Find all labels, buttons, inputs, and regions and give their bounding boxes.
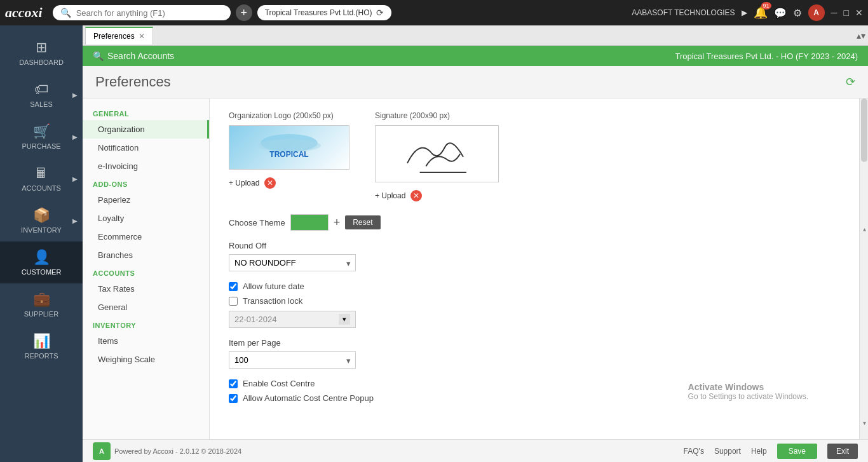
- item-per-page-select[interactable]: 10 25 50 100 200: [229, 351, 356, 369]
- round-off-label: Round Off: [229, 241, 840, 250]
- scrollbar-thumb[interactable]: [861, 99, 867, 162]
- search-accounts-icon: 🔍: [93, 51, 104, 61]
- content-area: Preferences ✕ ▴▾ 🔍 Search Accounts Tropi…: [83, 25, 868, 462]
- prefs-refresh-icon[interactable]: ⟳: [846, 75, 855, 89]
- exit-button[interactable]: Exit: [827, 444, 858, 459]
- item-per-page-label: Item per Page: [229, 338, 840, 348]
- nav-item-paperlez[interactable]: Paperlez: [83, 191, 209, 209]
- reset-button[interactable]: Reset: [345, 215, 380, 229]
- signature-upload-button[interactable]: + Upload: [375, 191, 405, 200]
- message-icon[interactable]: 💬: [774, 7, 787, 19]
- settings-icon[interactable]: ⚙: [793, 7, 802, 19]
- logo-cancel-button[interactable]: ✕: [264, 177, 276, 189]
- enable-cost-centre-checkbox[interactable]: [229, 379, 238, 388]
- scroll-up-arrow[interactable]: ▴: [861, 226, 867, 233]
- nav-item-loyalty[interactable]: Loyalty: [83, 209, 209, 228]
- date-row: 22-01-2024 ▾: [229, 311, 840, 328]
- round-off-select[interactable]: NO ROUNDOFF 0.5 1 10: [229, 254, 356, 271]
- help-button[interactable]: Help: [751, 447, 767, 456]
- item-per-page-wrapper: 10 25 50 100 200: [229, 351, 356, 369]
- scrollbar-rail[interactable]: ▾ ▴: [859, 99, 868, 439]
- inventory-icon: 📦: [33, 207, 50, 224]
- main-layout: ⊞ DASHBOARD 🏷 SALES ▶ 🛒 PURCHASE ▶ 🖩 ACC…: [0, 25, 868, 462]
- search-accounts[interactable]: 🔍 Search Accounts: [93, 51, 174, 61]
- support-button[interactable]: Support: [714, 447, 741, 456]
- sidebar-item-supplier[interactable]: 💼 SUPPLIER: [0, 283, 83, 325]
- supplier-icon: 💼: [33, 291, 50, 308]
- search-bar[interactable]: 🔍: [53, 5, 231, 20]
- nav-item-weighing-scale[interactable]: Weighing Scale: [83, 350, 209, 369]
- nav-section-addons: ADD-ONS: [83, 175, 209, 191]
- search-input[interactable]: [76, 8, 216, 18]
- sales-arrow: ▶: [72, 92, 78, 99]
- top-bar: accoxi 🔍 + Tropical Treasures Pvt Ltd.(H…: [0, 0, 868, 25]
- customer-icon: 👤: [33, 249, 50, 266]
- nav-item-e-invoicing[interactable]: e-Invoicing: [83, 157, 209, 175]
- logo-upload-button[interactable]: + Upload: [229, 179, 259, 187]
- purchase-arrow: ▶: [72, 133, 78, 140]
- reports-icon: 📊: [33, 333, 50, 350]
- notification-count: 91: [761, 2, 771, 10]
- minimize-button[interactable]: ─: [831, 8, 837, 18]
- transaction-lock-row: Transaction lock: [229, 296, 840, 306]
- svg-text:TROPICAL: TROPICAL: [269, 150, 308, 159]
- org-logo-box: TROPICAL: [229, 125, 349, 170]
- signature-label: Signature (200x90 px): [375, 111, 499, 120]
- allow-future-date-row: Allow future date: [229, 282, 840, 291]
- enable-cost-centre-label: Enable Cost Centre: [243, 379, 315, 388]
- sales-icon: 🏷: [34, 81, 48, 98]
- top-right: AABASOFT TECHNOLOGIES ▶ 🔔 91 💬 ⚙ A ─ □ ✕: [632, 4, 863, 21]
- nav-item-organization[interactable]: Organization: [83, 120, 209, 139]
- date-dropdown-button[interactable]: ▾: [339, 314, 350, 325]
- org-logo-group: Organization Logo (200x50 px) TROPICAL: [229, 111, 349, 201]
- tab-label-preferences: Preferences: [93, 32, 135, 41]
- tab-expand[interactable]: ▴▾: [857, 31, 865, 41]
- nav-item-ecommerce[interactable]: Ecommerce: [83, 228, 209, 246]
- signature-cancel-button[interactable]: ✕: [410, 190, 422, 201]
- sidebar-item-sales[interactable]: 🏷 SALES ▶: [0, 74, 83, 116]
- nav-item-tax-rates[interactable]: Tax Rates: [83, 280, 209, 298]
- logo-upload-row: + Upload ✕: [229, 177, 349, 189]
- allow-auto-cost-centre-checkbox[interactable]: [229, 394, 238, 403]
- sidebar-label-accounts: ACCOUNTS: [22, 184, 61, 192]
- maximize-button[interactable]: □: [844, 8, 849, 18]
- sidebar-item-reports[interactable]: 📊 REPORTS: [0, 325, 83, 367]
- date-field: 22-01-2024 ▾: [229, 311, 356, 328]
- prefs-header: Preferences ⟳: [83, 66, 868, 99]
- refresh-icon[interactable]: ⟳: [376, 8, 384, 18]
- sidebar-item-customer[interactable]: 👤 CUSTOMER: [0, 241, 83, 283]
- prefs-main: Organization Logo (200x50 px) TROPICAL: [210, 99, 859, 439]
- theme-color-picker[interactable]: [290, 214, 329, 231]
- accounts-arrow: ▶: [72, 175, 78, 182]
- nav-section-inventory: INVENTORY: [83, 316, 209, 332]
- sidebar-label-customer: CUSTOMER: [22, 268, 62, 276]
- company-selector[interactable]: Tropical Treasures Pvt Ltd.(HO) ⟳: [257, 5, 391, 20]
- allow-future-date-checkbox[interactable]: [229, 282, 238, 291]
- notification-bell[interactable]: 🔔 91: [754, 6, 768, 20]
- faq-button[interactable]: FAQ's: [684, 447, 704, 456]
- sidebar-item-inventory[interactable]: 📦 INVENTORY ▶: [0, 200, 83, 241]
- add-button[interactable]: +: [236, 4, 252, 21]
- tab-close-preferences[interactable]: ✕: [139, 32, 145, 41]
- company-name: Tropical Treasures Pvt Ltd.(HO): [265, 8, 372, 17]
- sidebar-item-accounts[interactable]: 🖩 ACCOUNTS ▶: [0, 158, 83, 200]
- nav-item-branches[interactable]: Branches: [83, 246, 209, 264]
- nav-section-accounts: ACCOUNTS: [83, 264, 209, 280]
- org-logo-image: TROPICAL: [229, 126, 349, 169]
- green-bar: 🔍 Search Accounts Tropical Treasures Pvt…: [83, 46, 868, 66]
- allow-future-date-label: Allow future date: [243, 282, 304, 291]
- search-icon: 🔍: [60, 8, 71, 18]
- transaction-lock-checkbox[interactable]: [229, 297, 238, 306]
- nav-item-items[interactable]: Items: [83, 332, 209, 350]
- sidebar-item-dashboard[interactable]: ⊞ DASHBOARD: [0, 32, 83, 74]
- sidebar-item-purchase[interactable]: 🛒 PURCHASE ▶: [0, 116, 83, 158]
- close-button[interactable]: ✕: [855, 8, 863, 18]
- save-button[interactable]: Save: [777, 444, 817, 459]
- avatar: A: [808, 4, 825, 21]
- signature-box: [375, 125, 499, 182]
- nav-item-general[interactable]: General: [83, 298, 209, 316]
- scroll-down-arrow[interactable]: ▾: [861, 419, 867, 426]
- nav-item-notification[interactable]: Notification: [83, 139, 209, 157]
- theme-plus-icon[interactable]: +: [334, 216, 341, 229]
- tab-preferences[interactable]: Preferences ✕: [85, 27, 153, 44]
